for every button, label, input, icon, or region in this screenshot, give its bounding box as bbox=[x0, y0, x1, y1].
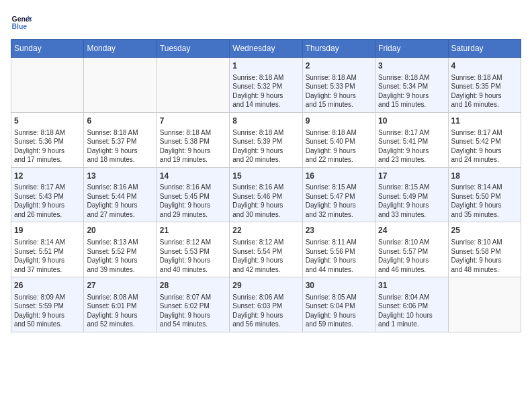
calendar-cell: 5Sunrise: 8:18 AM Sunset: 5:36 PM Daylig… bbox=[11, 112, 84, 167]
day-info: Sunrise: 8:16 AM Sunset: 5:45 PM Dayligh… bbox=[160, 183, 226, 219]
day-number: 26 bbox=[14, 280, 81, 291]
day-number: 25 bbox=[451, 225, 518, 236]
day-info: Sunrise: 8:11 AM Sunset: 5:56 PM Dayligh… bbox=[306, 238, 372, 274]
logo: General Blue bbox=[11, 11, 32, 32]
day-number: 16 bbox=[306, 171, 372, 182]
day-number: 29 bbox=[232, 280, 299, 291]
weekday-header-sunday: Sunday bbox=[11, 40, 84, 58]
day-info: Sunrise: 8:13 AM Sunset: 5:52 PM Dayligh… bbox=[87, 238, 153, 274]
weekday-header-friday: Friday bbox=[375, 40, 448, 58]
day-number: 9 bbox=[306, 116, 372, 127]
calendar-cell: 7Sunrise: 8:18 AM Sunset: 5:38 PM Daylig… bbox=[157, 112, 229, 167]
weekday-header-tuesday: Tuesday bbox=[157, 40, 229, 58]
day-info: Sunrise: 8:14 AM Sunset: 5:50 PM Dayligh… bbox=[451, 183, 518, 219]
calendar-cell: 25Sunrise: 8:10 AM Sunset: 5:58 PM Dayli… bbox=[448, 222, 521, 277]
calendar-cell: 28Sunrise: 8:07 AM Sunset: 6:02 PM Dayli… bbox=[157, 277, 229, 332]
day-info: Sunrise: 8:07 AM Sunset: 6:02 PM Dayligh… bbox=[160, 293, 226, 329]
calendar-week-5: 26Sunrise: 8:09 AM Sunset: 5:59 PM Dayli… bbox=[11, 277, 521, 332]
day-number: 15 bbox=[232, 171, 299, 182]
calendar-cell bbox=[448, 277, 521, 332]
day-info: Sunrise: 8:12 AM Sunset: 5:54 PM Dayligh… bbox=[232, 238, 299, 274]
day-number: 20 bbox=[87, 225, 153, 236]
day-info: Sunrise: 8:12 AM Sunset: 5:53 PM Dayligh… bbox=[160, 238, 226, 274]
calendar-week-2: 5Sunrise: 8:18 AM Sunset: 5:36 PM Daylig… bbox=[11, 112, 521, 167]
weekday-header-monday: Monday bbox=[84, 40, 157, 58]
day-info: Sunrise: 8:09 AM Sunset: 5:59 PM Dayligh… bbox=[14, 293, 81, 329]
day-info: Sunrise: 8:17 AM Sunset: 5:42 PM Dayligh… bbox=[451, 128, 518, 165]
day-info: Sunrise: 8:18 AM Sunset: 5:37 PM Dayligh… bbox=[87, 128, 153, 165]
day-number: 27 bbox=[87, 280, 153, 291]
calendar-cell: 6Sunrise: 8:18 AM Sunset: 5:37 PM Daylig… bbox=[84, 112, 157, 167]
calendar-week-3: 12Sunrise: 8:17 AM Sunset: 5:43 PM Dayli… bbox=[11, 167, 521, 222]
day-info: Sunrise: 8:15 AM Sunset: 5:49 PM Dayligh… bbox=[378, 183, 445, 219]
day-number: 31 bbox=[378, 280, 445, 291]
day-info: Sunrise: 8:04 AM Sunset: 6:06 PM Dayligh… bbox=[378, 293, 445, 329]
day-number: 2 bbox=[306, 60, 372, 72]
calendar-cell: 16Sunrise: 8:15 AM Sunset: 5:47 PM Dayli… bbox=[302, 167, 375, 222]
logo-icon: General Blue bbox=[11, 11, 32, 32]
calendar-cell: 20Sunrise: 8:13 AM Sunset: 5:52 PM Dayli… bbox=[84, 222, 157, 277]
day-number: 13 bbox=[87, 171, 153, 182]
calendar-cell: 24Sunrise: 8:10 AM Sunset: 5:57 PM Dayli… bbox=[375, 222, 448, 277]
day-info: Sunrise: 8:18 AM Sunset: 5:36 PM Dayligh… bbox=[14, 128, 81, 165]
weekday-header-saturday: Saturday bbox=[448, 40, 521, 58]
calendar-cell: 1Sunrise: 8:18 AM Sunset: 5:32 PM Daylig… bbox=[230, 58, 302, 113]
day-info: Sunrise: 8:10 AM Sunset: 5:57 PM Dayligh… bbox=[378, 238, 445, 274]
day-info: Sunrise: 8:18 AM Sunset: 5:33 PM Dayligh… bbox=[306, 73, 372, 109]
calendar-cell: 18Sunrise: 8:14 AM Sunset: 5:50 PM Dayli… bbox=[448, 167, 521, 222]
day-info: Sunrise: 8:18 AM Sunset: 5:38 PM Dayligh… bbox=[160, 128, 226, 165]
day-number: 24 bbox=[378, 225, 445, 236]
calendar-week-4: 19Sunrise: 8:14 AM Sunset: 5:51 PM Dayli… bbox=[11, 222, 521, 277]
day-number: 3 bbox=[378, 60, 445, 72]
day-info: Sunrise: 8:15 AM Sunset: 5:47 PM Dayligh… bbox=[306, 183, 372, 219]
calendar-cell: 21Sunrise: 8:12 AM Sunset: 5:53 PM Dayli… bbox=[157, 222, 229, 277]
calendar-cell: 19Sunrise: 8:14 AM Sunset: 5:51 PM Dayli… bbox=[11, 222, 84, 277]
calendar-cell: 14Sunrise: 8:16 AM Sunset: 5:45 PM Dayli… bbox=[157, 167, 229, 222]
svg-text:Blue: Blue bbox=[12, 23, 28, 30]
calendar-cell: 8Sunrise: 8:18 AM Sunset: 5:39 PM Daylig… bbox=[230, 112, 302, 167]
day-number: 30 bbox=[306, 280, 372, 291]
calendar-cell: 11Sunrise: 8:17 AM Sunset: 5:42 PM Dayli… bbox=[448, 112, 521, 167]
calendar-cell: 23Sunrise: 8:11 AM Sunset: 5:56 PM Dayli… bbox=[302, 222, 375, 277]
calendar-cell bbox=[11, 58, 84, 113]
calendar-cell: 22Sunrise: 8:12 AM Sunset: 5:54 PM Dayli… bbox=[230, 222, 302, 277]
calendar-week-1: 1Sunrise: 8:18 AM Sunset: 5:32 PM Daylig… bbox=[11, 58, 521, 113]
day-number: 12 bbox=[14, 171, 81, 182]
page-header: General Blue bbox=[11, 11, 521, 32]
day-info: Sunrise: 8:18 AM Sunset: 5:32 PM Dayligh… bbox=[232, 73, 299, 109]
day-number: 6 bbox=[87, 116, 153, 127]
day-number: 5 bbox=[14, 116, 81, 127]
day-number: 11 bbox=[451, 116, 518, 127]
calendar-cell: 9Sunrise: 8:18 AM Sunset: 5:40 PM Daylig… bbox=[302, 112, 375, 167]
weekday-header-thursday: Thursday bbox=[302, 40, 375, 58]
day-number: 28 bbox=[160, 280, 226, 291]
calendar-cell: 30Sunrise: 8:05 AM Sunset: 6:04 PM Dayli… bbox=[302, 277, 375, 332]
day-info: Sunrise: 8:10 AM Sunset: 5:58 PM Dayligh… bbox=[451, 238, 518, 274]
calendar-table: SundayMondayTuesdayWednesdayThursdayFrid… bbox=[11, 39, 521, 332]
calendar-header: SundayMondayTuesdayWednesdayThursdayFrid… bbox=[11, 40, 521, 58]
calendar-cell: 29Sunrise: 8:06 AM Sunset: 6:03 PM Dayli… bbox=[230, 277, 302, 332]
day-info: Sunrise: 8:17 AM Sunset: 5:41 PM Dayligh… bbox=[378, 128, 445, 165]
day-info: Sunrise: 8:06 AM Sunset: 6:03 PM Dayligh… bbox=[232, 293, 299, 329]
weekday-header-wednesday: Wednesday bbox=[230, 40, 302, 58]
calendar-cell: 12Sunrise: 8:17 AM Sunset: 5:43 PM Dayli… bbox=[11, 167, 84, 222]
calendar-cell: 13Sunrise: 8:16 AM Sunset: 5:44 PM Dayli… bbox=[84, 167, 157, 222]
calendar-cell: 10Sunrise: 8:17 AM Sunset: 5:41 PM Dayli… bbox=[375, 112, 448, 167]
day-number: 22 bbox=[232, 225, 299, 236]
day-info: Sunrise: 8:16 AM Sunset: 5:46 PM Dayligh… bbox=[232, 183, 299, 219]
day-number: 14 bbox=[160, 171, 226, 182]
day-info: Sunrise: 8:18 AM Sunset: 5:40 PM Dayligh… bbox=[306, 128, 372, 165]
day-number: 19 bbox=[14, 225, 81, 236]
day-number: 8 bbox=[232, 116, 299, 127]
day-number: 17 bbox=[378, 171, 445, 182]
day-info: Sunrise: 8:05 AM Sunset: 6:04 PM Dayligh… bbox=[306, 293, 372, 329]
day-info: Sunrise: 8:14 AM Sunset: 5:51 PM Dayligh… bbox=[14, 238, 81, 274]
calendar-cell bbox=[157, 58, 229, 113]
calendar-cell: 3Sunrise: 8:18 AM Sunset: 5:34 PM Daylig… bbox=[375, 58, 448, 113]
day-info: Sunrise: 8:16 AM Sunset: 5:44 PM Dayligh… bbox=[87, 183, 153, 219]
day-info: Sunrise: 8:18 AM Sunset: 5:34 PM Dayligh… bbox=[378, 73, 445, 109]
day-number: 23 bbox=[306, 225, 372, 236]
calendar-cell: 27Sunrise: 8:08 AM Sunset: 6:01 PM Dayli… bbox=[84, 277, 157, 332]
calendar-cell: 2Sunrise: 8:18 AM Sunset: 5:33 PM Daylig… bbox=[302, 58, 375, 113]
calendar-cell: 26Sunrise: 8:09 AM Sunset: 5:59 PM Dayli… bbox=[11, 277, 84, 332]
